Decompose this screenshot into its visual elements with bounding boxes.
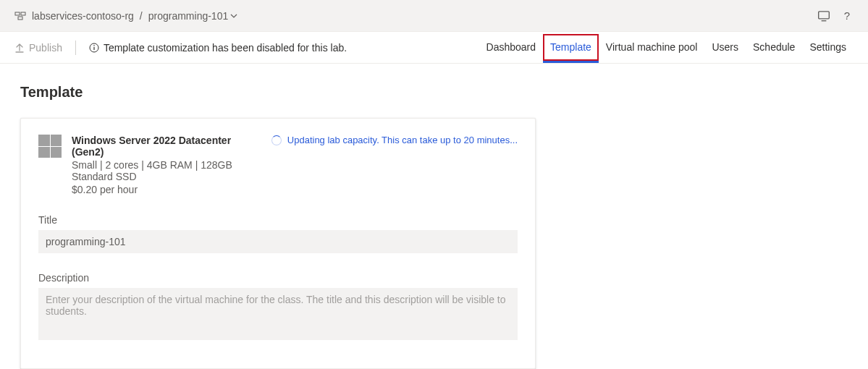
help-icon[interactable]: ?: [840, 9, 854, 22]
info-icon: [89, 43, 99, 53]
publish-button: Publish: [14, 42, 62, 54]
tab-users[interactable]: Users: [704, 34, 746, 61]
breadcrumb-right: ?: [817, 9, 854, 22]
breadcrumb-lab-dropdown[interactable]: programming-101: [148, 10, 238, 22]
command-bar: Publish Template customization has been …: [0, 32, 868, 64]
breadcrumb-resource-group[interactable]: labservices-contoso-rg: [32, 10, 134, 22]
template-price: $0.20 per hour: [72, 184, 261, 195]
breadcrumb-left: labservices-contoso-rg / programming-101: [14, 10, 817, 22]
svg-text:?: ?: [844, 10, 850, 22]
status-message: Template customization has been disabled…: [89, 42, 347, 54]
breadcrumb-bar: labservices-contoso-rg / programming-101…: [0, 0, 868, 32]
template-card: Windows Server 2022 Datacenter (Gen2) Sm…: [20, 118, 536, 369]
windows-icon: [38, 135, 62, 158]
template-os-name: Windows Server 2022 Datacenter (Gen2): [72, 135, 261, 158]
description-input[interactable]: [38, 288, 518, 340]
svg-rect-2: [18, 17, 22, 20]
svg-rect-1: [21, 12, 25, 15]
publish-label: Publish: [29, 42, 62, 54]
title-label: Title: [38, 214, 518, 226]
tab-vm-pool[interactable]: Virtual machine pool: [599, 34, 705, 61]
upload-icon: [14, 43, 25, 53]
tab-template[interactable]: Template: [543, 34, 599, 61]
title-field-block: Title: [38, 214, 518, 253]
breadcrumb-separator: /: [140, 10, 143, 22]
title-input[interactable]: [38, 230, 518, 253]
template-header: Windows Server 2022 Datacenter (Gen2) Sm…: [38, 135, 518, 195]
description-label: Description: [38, 272, 518, 284]
tab-settings[interactable]: Settings: [802, 34, 854, 61]
resource-group-icon: [14, 10, 26, 22]
status-text: Template customization has been disabled…: [104, 42, 347, 54]
page-title: Template: [20, 84, 848, 101]
command-divider: [75, 41, 76, 55]
svg-rect-3: [819, 11, 830, 18]
command-left: Publish Template customization has been …: [14, 41, 479, 55]
template-specs: Small | 2 cores | 4GB RAM | 128GB Standa…: [72, 159, 261, 182]
monitor-icon[interactable]: [817, 9, 830, 22]
updating-text: Updating lab capacity. This can take up …: [287, 135, 518, 145]
tabs: Dashboard Template Virtual machine pool …: [479, 34, 854, 61]
updating-status: Updating lab capacity. This can take up …: [271, 135, 518, 145]
svg-point-8: [93, 45, 95, 46]
breadcrumb-lab-name: programming-101: [148, 10, 229, 22]
template-info: Windows Server 2022 Datacenter (Gen2) Sm…: [72, 135, 261, 195]
content: Template Windows Server 2022 Datacenter …: [0, 64, 868, 369]
spinner-icon: [271, 135, 282, 145]
description-field-block: Description: [38, 272, 518, 342]
tab-schedule[interactable]: Schedule: [746, 34, 802, 61]
svg-rect-0: [15, 12, 20, 15]
chevron-down-icon: [230, 10, 237, 22]
tab-dashboard[interactable]: Dashboard: [479, 34, 544, 61]
